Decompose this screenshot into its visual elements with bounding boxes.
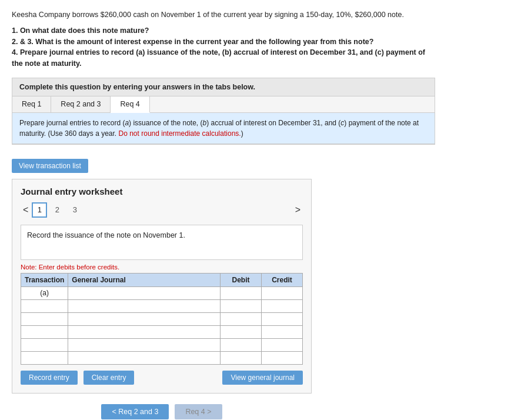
input-debit-5[interactable] <box>223 354 259 362</box>
worksheet-title: Journal entry worksheet <box>21 186 303 196</box>
table-row <box>21 351 303 364</box>
input-general-4[interactable] <box>71 341 218 349</box>
col-header-credit: Credit <box>262 273 303 286</box>
cell-transaction-2 <box>21 312 68 325</box>
table-row <box>21 312 303 325</box>
cell-debit-1[interactable] <box>221 299 262 312</box>
worksheet-container: Journal entry worksheet < 1 2 3 > Record… <box>12 179 312 394</box>
cell-credit-3[interactable] <box>262 325 303 338</box>
cell-general-0[interactable] <box>68 286 221 299</box>
cell-transaction-3 <box>21 325 68 338</box>
table-row <box>21 325 303 338</box>
cell-credit-5[interactable] <box>262 351 303 364</box>
tab-req1[interactable]: Req 1 <box>12 96 51 112</box>
cell-transaction-0: (a) <box>21 286 68 299</box>
cell-general-2[interactable] <box>68 312 221 325</box>
cell-debit-4[interactable] <box>221 338 262 351</box>
cell-debit-2[interactable] <box>221 312 262 325</box>
cell-general-5[interactable] <box>68 351 221 364</box>
tab-req2and3[interactable]: Req 2 and 3 <box>51 96 111 112</box>
table-row <box>21 299 303 312</box>
bottom-nav: < Req 2 and 3 Req 4 > <box>12 404 312 419</box>
table-row <box>21 338 303 351</box>
cell-transaction-4 <box>21 338 68 351</box>
input-debit-4[interactable] <box>223 341 259 349</box>
intro-section: Keesha Company borrows $260,000 cash on … <box>12 9 435 69</box>
cell-credit-1[interactable] <box>262 299 303 312</box>
input-debit-0[interactable] <box>223 289 259 297</box>
record-description: Record the issuance of the note on Novem… <box>21 225 303 260</box>
action-buttons-row: Record entry Clear entry View general jo… <box>21 371 303 385</box>
no-round-text: Do not round intermediate calculations. <box>119 129 241 138</box>
col-header-transaction: Transaction <box>21 273 68 286</box>
record-entry-button[interactable]: Record entry <box>21 371 78 385</box>
question-23-label: 2. & 3. What is the amount of interest e… <box>12 38 373 46</box>
cell-general-3[interactable] <box>68 325 221 338</box>
view-transaction-button[interactable]: View transaction list <box>12 159 88 173</box>
input-credit-4[interactable] <box>264 341 300 349</box>
col-header-debit: Debit <box>221 273 262 286</box>
view-general-journal-button[interactable]: View general journal <box>222 371 303 385</box>
note-text: Note: Enter debits before credits. <box>21 264 303 271</box>
cell-transaction-5 <box>21 351 68 364</box>
input-credit-5[interactable] <box>264 354 300 362</box>
instruction-bar: Prepare journal entries to record (a) is… <box>12 113 435 144</box>
intro-line1: Keesha Company borrows $260,000 cash on … <box>12 9 435 21</box>
question-1-label: 1. On what date does this note mature? <box>12 26 149 35</box>
input-debit-1[interactable] <box>223 302 259 310</box>
page-btn-1[interactable]: 1 <box>32 202 47 218</box>
cell-debit-3[interactable] <box>221 325 262 338</box>
tab-req4[interactable]: Req 4 <box>111 96 149 113</box>
input-general-0[interactable] <box>71 289 218 297</box>
table-row: (a) <box>21 286 303 299</box>
page-num-2[interactable]: 2 <box>49 202 65 218</box>
next-nav-button[interactable]: Req 4 > <box>175 404 222 419</box>
question-box: Complete this question by entering your … <box>12 78 435 145</box>
col-header-general: General Journal <box>68 273 221 286</box>
input-general-5[interactable] <box>71 354 218 362</box>
prev-nav-button[interactable]: < Req 2 and 3 <box>101 404 169 419</box>
input-credit-0[interactable] <box>264 289 300 297</box>
input-credit-1[interactable] <box>264 302 300 310</box>
cell-general-1[interactable] <box>68 299 221 312</box>
input-credit-3[interactable] <box>264 328 300 336</box>
input-credit-2[interactable] <box>264 315 300 323</box>
journal-table: Transaction General Journal Debit Credit… <box>21 273 303 365</box>
input-general-3[interactable] <box>71 328 218 336</box>
instruction-text: Prepare journal entries to record (a) is… <box>19 119 419 138</box>
cell-credit-2[interactable] <box>262 312 303 325</box>
input-general-2[interactable] <box>71 315 218 323</box>
input-debit-2[interactable] <box>223 315 259 323</box>
page-nav-row: < 1 2 3 > <box>21 202 303 218</box>
tabs-row: Req 1 Req 2 and 3 Req 4 <box>12 96 435 113</box>
cell-transaction-1 <box>21 299 68 312</box>
cell-credit-0[interactable] <box>262 286 303 299</box>
cell-debit-5[interactable] <box>221 351 262 364</box>
cell-debit-0[interactable] <box>221 286 262 299</box>
question-header: Complete this question by entering your … <box>12 78 435 96</box>
input-debit-3[interactable] <box>223 328 259 336</box>
input-general-1[interactable] <box>71 302 218 310</box>
clear-entry-button[interactable]: Clear entry <box>84 371 135 385</box>
nav-left-arrow[interactable]: < <box>21 205 31 215</box>
cell-credit-4[interactable] <box>262 338 303 351</box>
cell-general-4[interactable] <box>68 338 221 351</box>
nav-right-arrow[interactable]: > <box>293 205 303 215</box>
page-num-3[interactable]: 3 <box>67 202 82 218</box>
question-4-label: 4. Prepare journal entries to record (a)… <box>12 48 425 68</box>
